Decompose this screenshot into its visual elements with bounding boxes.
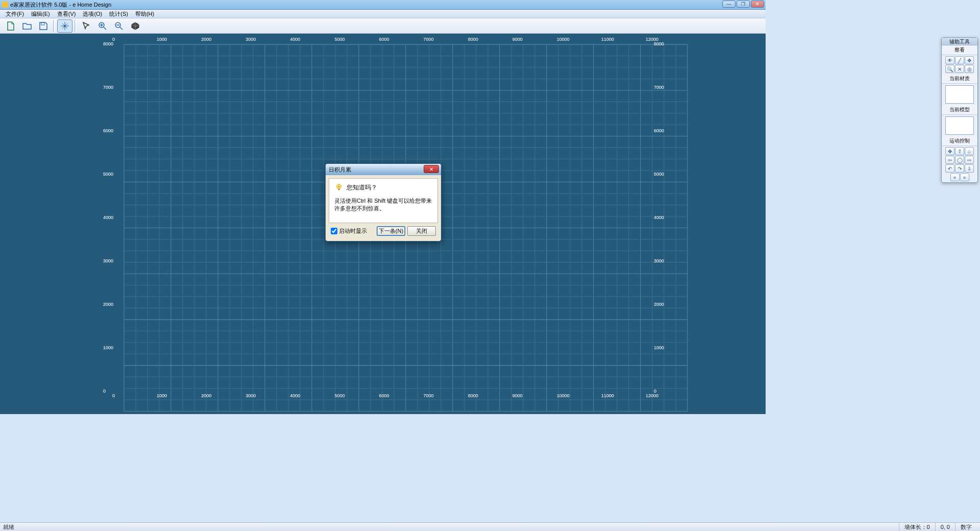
3d-render-icon[interactable] <box>128 19 143 33</box>
ruler-x-label: 9000 <box>512 393 523 398</box>
ruler-x-label: 2000 <box>201 37 211 42</box>
ruler-x-label: 10000 <box>557 393 570 398</box>
ruler-x-label: 1000 <box>157 393 167 398</box>
ruler-x-label: 5000 <box>334 37 345 42</box>
svg-point-1 <box>64 25 66 27</box>
ruler-x-label: 6000 <box>379 393 389 398</box>
ruler-x-label: 4000 <box>290 37 300 42</box>
dialog-tip-text: 灵活使用Ctrl 和 Shift 键盘可以给您带来许多意想不到惊喜。 <box>334 197 432 212</box>
ruler-y-label: 1000 <box>654 345 664 350</box>
ruler-x-label: 7000 <box>424 393 434 398</box>
app-icon <box>2 2 8 8</box>
new-doc-icon[interactable] <box>3 19 18 33</box>
menu-file[interactable]: 文件(F) <box>2 10 28 18</box>
menu-view[interactable]: 查看(V) <box>54 10 80 18</box>
ruler-x-label: 2000 <box>201 393 211 398</box>
ruler-x-label: 0 <box>112 393 115 398</box>
ruler-y-label: 7000 <box>103 85 113 90</box>
show-on-start-checkbox[interactable]: 启动时显示 <box>331 227 375 235</box>
ruler-x-label: 5000 <box>334 393 345 398</box>
save-disk-icon[interactable] <box>36 19 51 33</box>
window-title: e家家居设计软件 5.0版 - e Home Design <box>10 1 111 9</box>
dialog-heading: 您知道吗？ <box>347 183 377 192</box>
ruler-x-label: 10000 <box>557 37 570 42</box>
toolbar <box>0 18 766 34</box>
menu-edit[interactable]: 编辑(E) <box>28 10 54 18</box>
ruler-x-label: 4000 <box>290 393 300 398</box>
dialog-title: 日积月累 <box>329 166 351 174</box>
menu-help[interactable]: 帮助(H) <box>132 10 158 18</box>
ruler-y-label: 4000 <box>654 215 664 220</box>
ruler-x-label: 11000 <box>601 393 614 398</box>
svg-rect-88 <box>338 188 340 190</box>
ruler-y-label: 3000 <box>103 258 113 263</box>
svg-point-89 <box>338 186 340 187</box>
menu-bar: 文件(F) 编辑(E) 查看(V) 选项(O) 统计(S) 帮助(H) <box>0 10 766 18</box>
ruler-y-label: 4000 <box>103 215 113 220</box>
show-on-start-input[interactable] <box>331 228 337 234</box>
ruler-y-label: 3000 <box>654 258 664 263</box>
select-arrow-icon[interactable] <box>79 19 94 33</box>
ruler-x-label: 3000 <box>246 37 256 42</box>
toolbar-separator <box>75 20 77 32</box>
ruler-x-label: 6000 <box>379 37 389 42</box>
close-tip-button[interactable]: 关闭 <box>407 226 436 236</box>
lightbulb-icon <box>334 183 344 192</box>
ruler-y-label: 8000 <box>654 41 664 46</box>
show-on-start-label: 启动时显示 <box>339 227 367 235</box>
ruler-y-label: 2000 <box>103 302 113 307</box>
zoom-in-icon[interactable] <box>95 19 110 33</box>
maximize-button[interactable]: ❐ <box>737 1 750 8</box>
toolbar-separator <box>53 20 55 32</box>
dialog-content: 您知道吗？ 灵活使用Ctrl 和 Shift 键盘可以给您带来许多意想不到惊喜。 <box>329 178 438 223</box>
ruler-y-label: 5000 <box>654 172 664 177</box>
ruler-y-label: 7000 <box>654 85 664 90</box>
ruler-x-label: 11000 <box>601 37 614 42</box>
menu-options[interactable]: 选项(O) <box>79 10 106 18</box>
ruler-y-label: 1000 <box>103 345 113 350</box>
ruler-y-label: 2000 <box>654 302 664 307</box>
ruler-x-label: 8000 <box>468 393 478 398</box>
ruler-y-label: 0 <box>103 389 106 394</box>
close-button[interactable]: ✕ <box>751 1 764 8</box>
ruler-x-label: 1000 <box>157 37 167 42</box>
ruler-y-label: 8000 <box>103 41 113 46</box>
ruler-y-label: 6000 <box>654 128 664 133</box>
dialog-close-button[interactable]: ✕ <box>424 165 439 173</box>
title-bar: e家家居设计软件 5.0版 - e Home Design — ❐ ✕ <box>0 0 766 10</box>
zoom-out-icon[interactable] <box>111 19 127 33</box>
grid-toggle-icon[interactable] <box>57 19 72 33</box>
ruler-y-label: 5000 <box>103 172 113 177</box>
open-folder-icon[interactable] <box>19 19 35 33</box>
ruler-x-label: 12000 <box>646 393 658 398</box>
next-tip-button[interactable]: 下一条(N) <box>377 226 405 236</box>
ruler-y-label: 0 <box>654 389 656 394</box>
tip-dialog: 日积月累 ✕ 您知道吗？ 灵活使用Ctrl 和 Shift 键盘可以给您带来许多… <box>325 163 442 242</box>
ruler-y-label: 6000 <box>103 128 113 133</box>
ruler-x-label: 7000 <box>424 37 434 42</box>
dialog-titlebar[interactable]: 日积月累 ✕ <box>326 164 441 175</box>
ruler-x-label: 8000 <box>468 37 478 42</box>
minimize-button[interactable]: — <box>722 1 736 8</box>
ruler-x-label: 9000 <box>512 37 523 42</box>
menu-stats[interactable]: 统计(S) <box>106 10 132 18</box>
ruler-x-label: 3000 <box>246 393 256 398</box>
